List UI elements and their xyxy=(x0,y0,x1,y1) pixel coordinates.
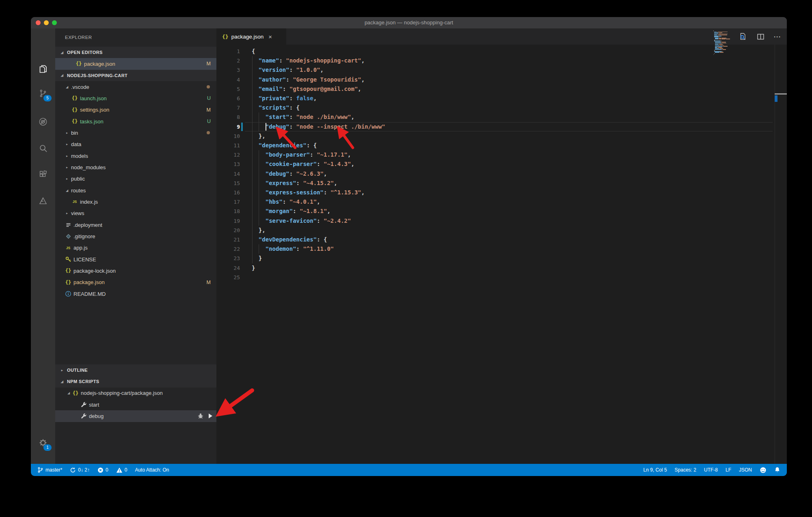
line-number: 17 xyxy=(216,197,240,207)
tree-item-data[interactable]: ▸data xyxy=(55,139,216,150)
sidebar-bottom-panels: ▸OUTLINE◢NPM SCRIPTS◢{}nodejs-shopping-c… xyxy=(55,364,216,422)
tree-item-routes[interactable]: ◢routes xyxy=(55,185,216,196)
json-file-icon: {} xyxy=(64,280,72,285)
code-line-21[interactable]: 21 "devDependencies": { xyxy=(216,235,787,244)
status-master-[interactable]: master* xyxy=(37,467,62,473)
code-line-9[interactable]: 9 "debug": "node --inspect ./bin/www" xyxy=(216,122,787,131)
minimap-token xyxy=(723,45,724,46)
tree-item--gitignore[interactable]: .gitignore xyxy=(55,230,216,242)
json-file-icon: {} xyxy=(222,34,229,40)
status-spaces-2[interactable]: Spaces: 2 xyxy=(675,467,696,473)
status-0-2-[interactable]: 0↓ 2↑ xyxy=(70,467,90,473)
code-line-4[interactable]: 4 "author": "George Tsopouridis", xyxy=(216,75,787,84)
minimap-token xyxy=(727,32,728,32)
code-line-23[interactable]: 23 } xyxy=(216,254,787,263)
status-0[interactable]: 0 xyxy=(97,467,108,473)
tree-item--deployment[interactable]: .deployment xyxy=(55,219,216,230)
tree-item--vscode[interactable]: ◢.vscode xyxy=(55,81,216,93)
tree-item-tasks-json[interactable]: {}tasks.jsonU xyxy=(55,116,216,127)
tree-item-license[interactable]: LICENSE xyxy=(55,254,216,265)
code-line-24[interactable]: 24} xyxy=(216,263,787,273)
npm-script-nodejs-shopping-cart-package-json[interactable]: ◢{}nodejs-shopping-cart/package.json xyxy=(55,388,216,399)
code-line-22[interactable]: 22 "nodemon": "^1.11.0" xyxy=(216,244,787,254)
status-ln-9-col-5[interactable]: Ln 9, Col 5 xyxy=(644,467,667,473)
code-line-1[interactable]: 1{ xyxy=(216,47,787,56)
code-line-12[interactable]: 12 "body-parser": "~1.17.1", xyxy=(216,150,787,159)
close-tab-icon[interactable]: × xyxy=(268,33,272,40)
code-line-18[interactable]: 18 "morgan": "~1.8.1", xyxy=(216,207,787,216)
code-line-2[interactable]: 2 "name": "nodejs-shopping-cart", xyxy=(216,56,787,65)
run-icon[interactable] xyxy=(209,414,212,418)
minimap[interactable] xyxy=(713,30,737,56)
status-0[interactable]: 0 xyxy=(116,467,127,473)
activity-search[interactable] xyxy=(31,139,55,157)
section-open-editors[interactable]: ◢OPEN EDITORS xyxy=(55,47,216,58)
code-line-10[interactable]: 10 }, xyxy=(216,131,787,141)
tree-item-index-js[interactable]: JSindex.js xyxy=(55,196,216,207)
line-content: } xyxy=(240,263,255,273)
minimap-token xyxy=(721,47,722,48)
status-feedback-smiley-icon[interactable] xyxy=(760,467,767,474)
tree-item-public[interactable]: ▸public xyxy=(55,173,216,185)
item-label: public xyxy=(71,176,85,182)
bug-icon[interactable] xyxy=(197,413,204,419)
token xyxy=(252,161,266,167)
activity-extensions[interactable] xyxy=(31,166,55,183)
item-label: bin xyxy=(71,130,78,136)
chevron-expanded-icon: ◢ xyxy=(59,73,65,77)
tree-item-package-json[interactable]: {}package.jsonM xyxy=(55,277,216,288)
line-number: 23 xyxy=(216,254,240,263)
tab-package-json[interactable]: {} package.json × xyxy=(216,28,286,45)
code-line-3[interactable]: 3 "version": "1.0.0", xyxy=(216,65,787,75)
activity-explorer[interactable] xyxy=(31,60,55,78)
code-line-13[interactable]: 13 "cookie-parser": "~1.4.3", xyxy=(216,159,787,169)
token: , xyxy=(324,170,327,177)
code-line-11[interactable]: 11 "dependencies": { xyxy=(216,141,787,150)
code-line-8[interactable]: 8 "start": "node ./bin/www", xyxy=(216,112,787,122)
code-line-6[interactable]: 6 "private": false, xyxy=(216,94,787,103)
tree-item-node-modules[interactable]: ▸node_modules xyxy=(55,162,216,173)
tree-item-package-lock-json[interactable]: {}package-lock.json xyxy=(55,265,216,276)
settings-badge: 1 xyxy=(43,444,52,451)
activity-azure[interactable] xyxy=(31,192,55,210)
more-actions-icon[interactable]: ··· xyxy=(774,33,781,40)
tree-item-settings-json[interactable]: {}settings.jsonM xyxy=(55,104,216,116)
code-line-20[interactable]: 20 }, xyxy=(216,226,787,235)
activity-source-control[interactable]: 5 xyxy=(31,84,55,102)
code-area[interactable]: 1{2 "name": "nodejs-shopping-cart",3 "ve… xyxy=(216,45,787,464)
section-npm-scripts[interactable]: ◢NPM SCRIPTS xyxy=(55,376,216,387)
minimap-token xyxy=(713,54,714,55)
minimap-token xyxy=(718,38,719,39)
open-changes-icon[interactable] xyxy=(739,32,747,41)
code-line-19[interactable]: 19 "serve-favicon": "~2.4.2" xyxy=(216,216,787,226)
tree-item-readme-md[interactable]: README.MD xyxy=(55,288,216,299)
tree-item-models[interactable]: ▸models xyxy=(55,150,216,162)
git-status-badge: M xyxy=(207,280,211,285)
npm-script-start[interactable]: start xyxy=(55,399,216,410)
section-root-folder[interactable]: ◢NODEJS-SHOPPING-CART xyxy=(55,70,216,81)
tree-item-launch-json[interactable]: {}launch.jsonU xyxy=(55,93,216,104)
code-line-7[interactable]: 7 "scripts": { xyxy=(216,103,787,112)
section-outline[interactable]: ▸OUTLINE xyxy=(55,364,216,376)
code-line-14[interactable]: 14 "debug": "~2.6.3", xyxy=(216,169,787,179)
status-lf[interactable]: LF xyxy=(726,467,731,473)
activity-settings[interactable]: 1 xyxy=(31,434,55,452)
tree-item-package-json[interactable]: {}package.jsonM xyxy=(55,58,216,69)
token: "express-session" xyxy=(266,189,324,196)
status-bell-icon[interactable] xyxy=(774,467,780,473)
code-line-16[interactable]: 16 "express-session": "^1.15.3", xyxy=(216,188,787,197)
tree-item-app-js[interactable]: JSapp.js xyxy=(55,242,216,254)
code-line-5[interactable]: 5 "email": "gtsopour@gmail.com", xyxy=(216,84,787,94)
tree-item-views[interactable]: ▸views xyxy=(55,208,216,219)
npm-script-debug[interactable]: debug xyxy=(55,410,216,422)
tree-item-bin[interactable]: ▸bin xyxy=(55,127,216,138)
split-editor-icon[interactable] xyxy=(756,32,765,41)
status-auto-attach-on[interactable]: Auto Attach: On xyxy=(135,467,169,473)
code-line-17[interactable]: 17 "hbs": "~4.0.1", xyxy=(216,197,787,207)
status-utf-8[interactable]: UTF-8 xyxy=(704,467,718,473)
status-json[interactable]: JSON xyxy=(739,467,752,473)
activity-debug[interactable] xyxy=(31,113,55,131)
token: : xyxy=(283,86,289,92)
code-line-15[interactable]: 15 "express": "~4.15.2", xyxy=(216,179,787,188)
code-line-25[interactable]: 25 xyxy=(216,273,787,282)
